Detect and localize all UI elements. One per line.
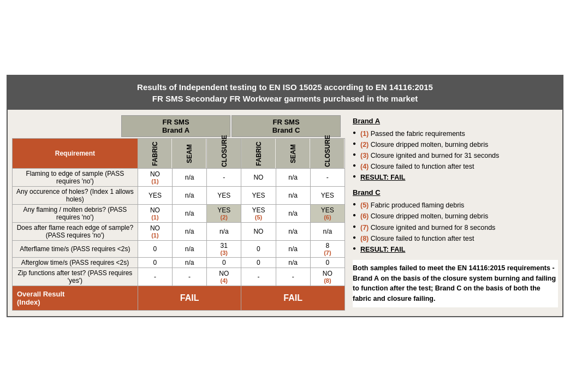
requirement-cell: Any flaming / molten debris? (PASS requi…	[13, 205, 138, 223]
value-cell: n/a	[276, 169, 310, 187]
table-row: Does after flame reach edge of sample? (…	[13, 223, 345, 241]
value-cell: -	[276, 268, 310, 286]
brand-a-header: FR SMSBrand A	[121, 115, 230, 137]
value-cell: NO(1)	[138, 169, 172, 187]
value-cell: n/a	[172, 241, 206, 258]
bullet-item: (7) Closure ignited and burned for 8 sec…	[353, 223, 558, 233]
value-cell: 0	[207, 258, 241, 268]
title-bar: Results of Independent testing to EN ISO…	[8, 76, 562, 110]
brand-a-title: Brand A	[353, 116, 558, 127]
table-section: FR SMSBrand A FR SMSBrand C Requirement …	[12, 115, 345, 311]
col-header-c-closure: CLOSURE	[310, 139, 345, 169]
brand-a-result: FAIL	[138, 286, 241, 311]
main-container: Results of Independent testing to EN ISO…	[7, 75, 563, 317]
requirement-cell: Afterflame time/s (PASS requires <2s)	[13, 241, 138, 258]
table-row: Afterflame time/s (PASS requires <2s)0n/…	[13, 241, 345, 258]
overall-result-row: Overall Result(Index)FAILFAIL	[13, 286, 345, 311]
title-line1: Results of Independent testing to EN ISO…	[16, 81, 554, 93]
value-cell: n/a	[276, 223, 310, 241]
requirement-cell: Does after flame reach edge of sample? (…	[13, 223, 138, 241]
value-cell: 8(7)	[310, 241, 345, 258]
value-cell: n/a	[276, 241, 310, 258]
value-cell: n/a	[172, 223, 206, 241]
value-cell: -	[241, 268, 276, 286]
col-header-a-seam: SEAM	[172, 139, 206, 169]
col-header-a-closure: CLOSURE	[207, 139, 241, 169]
requirement-cell: Flaming to edge of sample (PASS requires…	[13, 169, 138, 187]
brand-c-result: FAIL	[241, 286, 345, 311]
bullet-item: (1) Passed the fabric requirements	[353, 129, 558, 139]
bullet-item: (5) Fabric produced flaming debris	[353, 200, 558, 210]
brand-a-bullets: (1) Passed the fabric requirements(2) Cl…	[353, 129, 558, 183]
brand-headers-row: FR SMSBrand A FR SMSBrand C	[121, 115, 345, 137]
value-cell: 0	[241, 241, 276, 258]
bullet-item: (3) Closure ignited and burned for 31 se…	[353, 151, 558, 161]
value-cell: n/a	[276, 187, 310, 205]
value-cell: -	[310, 169, 345, 187]
result-item: RESULT: FAIL	[353, 173, 558, 182]
brand-c-title: Brand C	[353, 188, 558, 198]
value-cell: 0	[138, 241, 172, 258]
table-row: Afterglow time/s (PASS requires <2s)0n/a…	[13, 258, 345, 268]
value-cell: 31(3)	[207, 241, 241, 258]
result-item: RESULT: FAIL	[353, 245, 558, 254]
value-cell: 0	[138, 258, 172, 268]
requirement-cell: Afterglow time/s (PASS requires <2s)	[13, 258, 138, 268]
value-cell: -	[207, 169, 241, 187]
value-cell: YES(6)	[310, 205, 345, 223]
value-cell: NO(4)	[207, 268, 241, 286]
value-cell: NO	[241, 169, 276, 187]
table-row: Zip functions after test? (PASS requires…	[13, 268, 345, 286]
table-row: Flaming to edge of sample (PASS requires…	[13, 169, 345, 187]
bullet-item: (6) Closure dripped molten, burning debr…	[353, 211, 558, 221]
value-cell: n/a	[276, 258, 310, 268]
value-cell: n/a	[276, 205, 310, 223]
content-area: FR SMSBrand A FR SMSBrand C Requirement …	[8, 110, 562, 316]
col-header-c-seam: SEAM	[276, 139, 310, 169]
value-cell: 0	[241, 258, 276, 268]
requirement-cell: Zip functions after test? (PASS requires…	[13, 268, 138, 286]
value-cell: -	[138, 268, 172, 286]
value-cell: NO(1)	[138, 223, 172, 241]
value-cell: n/a	[310, 223, 345, 241]
value-cell: 0	[310, 258, 345, 268]
bullet-item: (2) Closure dripped molten, burning debr…	[353, 140, 558, 150]
value-cell: NO(1)	[138, 205, 172, 223]
right-section: Brand A (1) Passed the fabric requiremen…	[351, 115, 558, 311]
value-cell: YES	[310, 187, 345, 205]
value-cell: YES	[138, 187, 172, 205]
table-row: Any flaming / molten debris? (PASS requi…	[13, 205, 345, 223]
value-cell: n/a	[172, 205, 206, 223]
bullet-item: (8) Closure failed to function after tes…	[353, 234, 558, 243]
col-header-c-fabric: FABRIC	[241, 139, 276, 169]
value-cell: n/a	[172, 258, 206, 268]
col-header-a-fabric: FABRIC	[138, 139, 172, 169]
brand-c-bullets: (5) Fabric produced flaming debris(6) Cl…	[353, 200, 558, 254]
value-cell: YES(5)	[241, 205, 276, 223]
results-table: Requirement FABRIC SEAM CLOSURE FABRIC S…	[12, 138, 345, 311]
value-cell: YES	[207, 187, 241, 205]
value-cell: NO(8)	[310, 268, 345, 286]
value-cell: YES	[241, 187, 276, 205]
value-cell: -	[172, 268, 206, 286]
value-cell: YES(2)	[207, 205, 241, 223]
value-cell: NO	[241, 223, 276, 241]
overall-result-label: Overall Result(Index)	[13, 286, 138, 311]
bullet-item: (4) Closure failed to function after tes…	[353, 162, 558, 171]
title-line2: FR SMS Secondary FR Workwear garments pu…	[16, 93, 554, 104]
summary-text: Both samples failed to meet the EN 14116…	[353, 260, 558, 307]
value-cell: n/a	[172, 169, 206, 187]
requirement-header: Requirement	[13, 139, 138, 169]
requirement-cell: Any occurence of holes? (Index 1 allows …	[13, 187, 138, 205]
value-cell: n/a	[207, 223, 241, 241]
table-row: Any occurence of holes? (Index 1 allows …	[13, 187, 345, 205]
brand-c-header: FR SMSBrand C	[231, 115, 341, 137]
value-cell: n/a	[172, 187, 206, 205]
